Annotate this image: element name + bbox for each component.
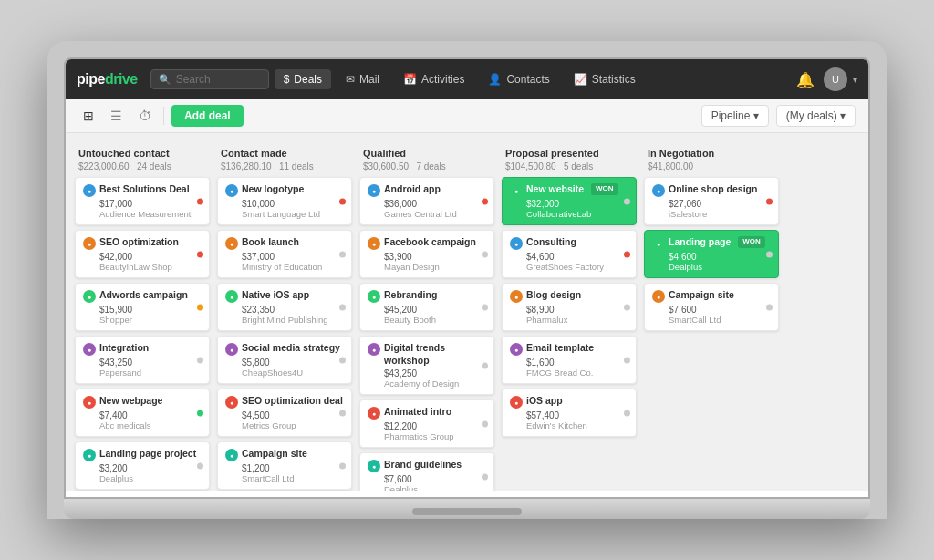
deal-card[interactable]: ● Android app $36,000 Games Central Ltd	[359, 177, 494, 225]
notifications-bell[interactable]: 🔔	[793, 67, 818, 92]
card-avatar: ●	[368, 237, 380, 250]
nav-mail[interactable]: ✉ Mail	[337, 69, 389, 89]
card-title: ● Landing pageWON	[652, 236, 771, 250]
card-price: $4,500	[225, 410, 344, 420]
search-input[interactable]	[176, 73, 261, 86]
kanban-view-icon[interactable]: ⊞	[78, 106, 99, 126]
card-title: ● Adwords campaign	[83, 289, 202, 303]
navbar: pipedrive 🔍 $ Deals ✉ Mail 📅 Activities	[66, 59, 868, 99]
activities-icon: 📅	[403, 73, 417, 86]
kanban-col-qualified: Qualified $30,600.50 7 deals ● Android a…	[359, 142, 494, 482]
card-company: iSalestore	[652, 209, 771, 219]
deal-card[interactable]: ● Rebranding $45,200 Beauty Booth	[359, 283, 494, 331]
card-price: $12,200	[368, 421, 486, 431]
card-company: CheapShoes4U	[225, 368, 344, 378]
statistics-icon: 📈	[574, 73, 587, 86]
card-price: $15,900	[83, 305, 202, 315]
card-status-dot	[197, 198, 203, 204]
deal-card[interactable]: ● Best Solutions Deal $17,000 Audience M…	[75, 177, 210, 225]
deal-card[interactable]: ● iOS app $57,400 Edwin's Kitchen	[502, 389, 637, 437]
card-company: Academy of Design	[368, 379, 486, 389]
card-avatar: ●	[368, 407, 380, 420]
deal-card[interactable]: ● Online shop design $27,060 iSalestore	[644, 177, 779, 225]
col-cards-untouched: ● Best Solutions Deal $17,000 Audience M…	[75, 177, 210, 491]
deal-card[interactable]: ● Email template $1,600 FMCG Bread Co.	[502, 336, 637, 384]
card-avatar: ●	[225, 237, 238, 250]
user-menu-chevron[interactable]: ▾	[853, 75, 857, 85]
add-deal-button[interactable]: Add deal	[171, 105, 244, 127]
card-status-dot	[482, 473, 488, 480]
deal-card[interactable]: ● Animated intro $12,200 Pharmatics Grou…	[359, 399, 494, 448]
card-avatar: ●	[83, 396, 96, 409]
card-company: FMCG Bread Co.	[510, 368, 628, 378]
laptop-frame: pipedrive 🔍 $ Deals ✉ Mail 📅 Activities	[47, 41, 887, 519]
deal-card[interactable]: ● Landing pageWON $4,600 Dealplus	[644, 230, 779, 278]
pipeline-filter[interactable]: Pipeline ▾	[701, 105, 769, 127]
card-company: Pharmatics Group	[368, 431, 486, 441]
card-avatar: ●	[368, 460, 380, 472]
my-deals-filter[interactable]: (My deals) ▾	[776, 105, 856, 127]
search-box[interactable]: 🔍	[150, 69, 269, 89]
card-price: $43,250	[368, 368, 486, 379]
col-title: Untouched contact	[78, 148, 206, 160]
card-status-dot	[339, 462, 346, 469]
deal-card[interactable]: ● Social media strategy $5,800 CheapShoe…	[217, 336, 352, 384]
nav-contacts[interactable]: 👤 Contacts	[479, 69, 558, 89]
card-company: Dealplus	[368, 484, 486, 491]
col-header-proposal: Proposal presented $104,500.80 5 deals	[502, 142, 637, 177]
won-badge: WON	[591, 183, 618, 194]
laptop-screen: pipedrive 🔍 $ Deals ✉ Mail 📅 Activities	[64, 57, 870, 499]
deal-card[interactable]: ● Adwords campaign $15,900 Shopper	[75, 283, 210, 331]
card-title: ● iOS app	[510, 395, 628, 409]
card-price: $43,250	[83, 358, 202, 368]
deal-card[interactable]: ● Campaign site $7,600 SmartCall Ltd	[644, 283, 779, 331]
card-title: ● Best Solutions Deal	[83, 183, 202, 197]
timeline-view-icon[interactable]: ⏱	[134, 106, 156, 126]
list-view-icon[interactable]: ☰	[106, 106, 127, 126]
deal-card[interactable]: ● Consulting $4,600 GreatShoes Factory	[502, 230, 637, 278]
deal-card[interactable]: ● Landing page project $3,200 Dealplus	[75, 441, 210, 490]
deal-card[interactable]: ● Book launch $37,000 Ministry of Educat…	[217, 230, 352, 278]
card-avatar: ●	[225, 290, 238, 303]
card-company: Edwin's Kitchen	[510, 420, 628, 430]
card-status-dot	[766, 304, 773, 310]
nav-statistics[interactable]: 📈 Statistics	[565, 69, 645, 89]
card-price: $37,000	[225, 252, 344, 262]
deal-card[interactable]: ● Digital trends workshop $43,250 Academ…	[359, 336, 494, 395]
card-price: $27,060	[652, 199, 771, 209]
deal-card[interactable]: ● Campaign site $1,200 SmartCall Ltd	[217, 441, 352, 490]
card-company: Metrics Group	[225, 420, 344, 430]
card-company: Bright Mind Publishing	[225, 315, 344, 325]
deal-card[interactable]: ● Blog design $8,900 Pharmalux	[502, 283, 637, 331]
card-price: $45,200	[368, 305, 486, 315]
card-company: Mayan Design	[368, 262, 486, 272]
card-title: ● New webpage	[83, 395, 202, 409]
card-title: ● Campaign site	[225, 448, 344, 461]
card-price: $10,000	[225, 199, 344, 209]
card-avatar: ●	[83, 449, 96, 461]
nav-deals[interactable]: $ Deals	[275, 69, 331, 89]
deal-card[interactable]: ● Integration $43,250 Papersand	[75, 336, 210, 384]
col-cards-proposal: ● New websiteWON $32,000 CollaborativeLa…	[502, 177, 637, 437]
kanban-col-contact-made: Contact made $136,280.10 11 deals ● New …	[217, 142, 352, 482]
deal-card[interactable]: ● New webpage $7,400 Abc medicals	[75, 389, 210, 437]
deal-card[interactable]: ● SEO optimization $42,000 BeautyInLaw S…	[75, 230, 210, 278]
deal-card[interactable]: ● New logotype $10,000 Smart Language Lt…	[217, 177, 352, 225]
user-avatar[interactable]: U	[824, 67, 847, 91]
card-status-dot	[624, 198, 630, 204]
card-price: $3,900	[368, 252, 486, 262]
deal-card[interactable]: ● Facebook campaign $3,900 Mayan Design	[359, 230, 494, 278]
deal-card[interactable]: ● New websiteWON $32,000 CollaborativeLa…	[502, 177, 637, 225]
card-title: ● Consulting	[510, 236, 628, 250]
col-header-qualified: Qualified $30,600.50 7 deals	[359, 142, 494, 177]
card-avatar: ●	[368, 184, 380, 197]
deal-card[interactable]: ● SEO optimization deal $4,500 Metrics G…	[217, 389, 352, 437]
nav-activities[interactable]: 📅 Activities	[394, 69, 473, 89]
deal-card[interactable]: ● Native iOS app $23,350 Bright Mind Pub…	[217, 283, 352, 331]
card-avatar: ●	[510, 290, 523, 303]
col-stats: $30,600.50 7 deals	[363, 161, 491, 171]
card-price: $1,200	[225, 463, 344, 473]
card-price: $4,600	[652, 252, 771, 262]
deal-card[interactable]: ● Brand guidelines $7,600 Dealplus	[359, 452, 494, 491]
col-cards-contact-made: ● New logotype $10,000 Smart Language Lt…	[217, 177, 352, 491]
